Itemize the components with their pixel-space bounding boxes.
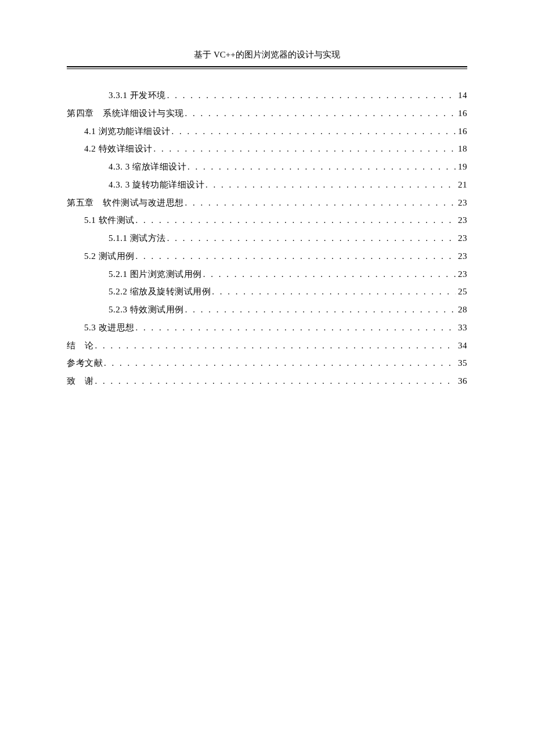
toc-entry-page: 28 [456,301,467,319]
toc-entry: 第四章 系统详细设计与实现. . . . . . . . . . . . . .… [67,105,467,123]
toc-entry-label: 5.2.3 特效测试用例 [109,301,184,319]
toc-entry-label: 5.2.2 缩放及旋转测试用例 [109,283,211,301]
toc-entry: 4.3. 3 旋转功能详细设计. . . . . . . . . . . . .… [67,176,467,194]
toc-leader-dots: . . . . . . . . . . . . . . . . . . . . … [184,105,456,123]
toc-entry-page: 18 [456,140,467,158]
toc-entry-page: 25 [456,283,467,301]
toc-entry-label: 第四章 系统详细设计与实现 [67,105,184,123]
toc-leader-dots: . . . . . . . . . . . . . . . . . . . . … [202,265,456,283]
toc-entry-label: 5.2.1 图片浏览测试用例 [109,265,202,283]
toc-leader-dots: . . . . . . . . . . . . . . . . . . . . … [135,211,456,229]
toc-leader-dots: . . . . . . . . . . . . . . . . . . . . … [153,140,456,158]
toc-entry-page: 21 [456,176,467,194]
toc-entry: 第五章 软件测试与改进思想. . . . . . . . . . . . . .… [67,194,467,212]
toc-entry: 4.1 浏览功能详细设计. . . . . . . . . . . . . . … [67,123,467,141]
toc-entry: 4.3. 3 缩放详细设计. . . . . . . . . . . . . .… [67,158,467,176]
toc-entry-label: 5.2 测试用例 [84,247,135,265]
toc-entry-label: 致 谢 [67,372,94,390]
toc-leader-dots: . . . . . . . . . . . . . . . . . . . . … [186,158,456,176]
document-page: 基于 VC++的图片浏览器的设计与实现 3.3.1 开发环境. . . . . … [0,0,534,390]
toc-entry: 致 谢. . . . . . . . . . . . . . . . . . .… [67,372,467,390]
toc-entry-page: 33 [456,319,467,337]
toc-entry-label: 5.3 改进思想 [84,319,135,337]
toc-leader-dots: . . . . . . . . . . . . . . . . . . . . … [211,283,456,301]
toc-leader-dots: . . . . . . . . . . . . . . . . . . . . … [103,354,456,372]
toc-leader-dots: . . . . . . . . . . . . . . . . . . . . … [94,372,456,390]
toc-leader-dots: . . . . . . . . . . . . . . . . . . . . … [184,194,456,212]
toc-entry: 5.2.1 图片浏览测试用例. . . . . . . . . . . . . … [67,265,467,283]
toc-entry-label: 参考文献 [67,354,103,372]
header-rule [67,66,467,69]
toc-entry: 参考文献. . . . . . . . . . . . . . . . . . … [67,354,467,372]
toc-entry-page: 16 [456,105,467,123]
toc-entry-page: 36 [456,372,467,390]
toc-entry: 5.2 测试用例. . . . . . . . . . . . . . . . … [67,247,467,265]
toc-leader-dots: . . . . . . . . . . . . . . . . . . . . … [135,319,456,337]
toc-entry-label: 4.3. 3 缩放详细设计 [109,158,186,176]
toc-entry-page: 23 [456,247,467,265]
toc-entry: 5.1.1 测试方法. . . . . . . . . . . . . . . … [67,229,467,247]
toc-entry-page: 23 [456,211,467,229]
toc-entry-label: 第五章 软件测试与改进思想 [67,194,184,212]
toc-entry-label: 结 论 [67,337,94,355]
toc-entry: 5.2.3 特效测试用例. . . . . . . . . . . . . . … [67,301,467,319]
toc-entry-label: 4.2 特效详细设计 [84,140,153,158]
toc-entry-page: 23 [456,265,467,283]
toc-leader-dots: . . . . . . . . . . . . . . . . . . . . … [166,229,456,247]
table-of-contents: 3.3.1 开发环境. . . . . . . . . . . . . . . … [67,87,467,390]
toc-leader-dots: . . . . . . . . . . . . . . . . . . . . … [135,247,456,265]
toc-entry: 结 论. . . . . . . . . . . . . . . . . . .… [67,337,467,355]
toc-leader-dots: . . . . . . . . . . . . . . . . . . . . … [171,123,456,141]
toc-entry-label: 5.1 软件测试 [84,211,135,229]
toc-entry-page: 16 [456,123,467,141]
toc-entry: 3.3.1 开发环境. . . . . . . . . . . . . . . … [67,87,467,105]
toc-entry-page: 35 [456,354,467,372]
toc-entry: 5.3 改进思想. . . . . . . . . . . . . . . . … [67,319,467,337]
toc-leader-dots: . . . . . . . . . . . . . . . . . . . . … [204,176,456,194]
toc-entry: 4.2 特效详细设计. . . . . . . . . . . . . . . … [67,140,467,158]
toc-leader-dots: . . . . . . . . . . . . . . . . . . . . … [184,301,456,319]
toc-entry-page: 34 [456,337,467,355]
toc-entry: 5.1 软件测试. . . . . . . . . . . . . . . . … [67,211,467,229]
toc-entry-label: 4.3. 3 旋转功能详细设计 [109,176,204,194]
toc-entry-label: 3.3.1 开发环境 [109,87,166,105]
toc-entry-page: 23 [456,229,467,247]
toc-leader-dots: . . . . . . . . . . . . . . . . . . . . … [94,337,456,355]
toc-entry-page: 19 [456,158,467,176]
toc-leader-dots: . . . . . . . . . . . . . . . . . . . . … [166,87,456,105]
page-header-title: 基于 VC++的图片浏览器的设计与实现 [67,49,467,66]
toc-entry-page: 14 [456,87,467,105]
toc-entry-label: 4.1 浏览功能详细设计 [84,123,171,141]
toc-entry-label: 5.1.1 测试方法 [109,229,166,247]
toc-entry-page: 23 [456,194,467,212]
toc-entry: 5.2.2 缩放及旋转测试用例. . . . . . . . . . . . .… [67,283,467,301]
